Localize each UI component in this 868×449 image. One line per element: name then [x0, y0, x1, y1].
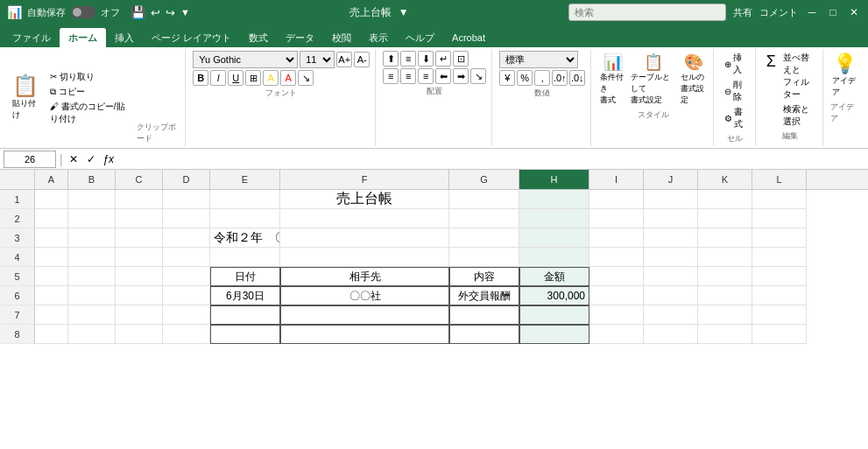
insert-function-button[interactable]: ƒx [102, 153, 116, 165]
restore-button[interactable]: □ [826, 5, 840, 19]
cell-h8[interactable] [519, 325, 589, 344]
cell-a4[interactable] [35, 248, 68, 267]
comment-button[interactable]: コメント [759, 6, 798, 19]
tab-acrobat[interactable]: Acrobat [443, 28, 494, 47]
merge-button[interactable]: ⊡ [453, 51, 469, 67]
cell-e1[interactable] [210, 190, 280, 209]
cell-b7[interactable] [68, 305, 116, 325]
row-num-2[interactable]: 2 [0, 209, 35, 228]
cell-f4[interactable] [280, 248, 449, 267]
col-header-g[interactable]: G [449, 170, 519, 189]
cell-d7[interactable] [163, 305, 210, 325]
align-middle-button[interactable]: ≡ [400, 51, 416, 67]
delete-cells-button[interactable]: ⊖削除 [721, 78, 749, 104]
cell-i4[interactable] [589, 248, 644, 267]
cell-c4[interactable] [116, 248, 163, 267]
cell-b1[interactable] [68, 190, 116, 209]
cell-j3[interactable] [644, 228, 698, 248]
cell-h1[interactable] [519, 190, 589, 209]
cell-b4[interactable] [68, 248, 116, 267]
currency-button[interactable]: ¥ [499, 70, 515, 86]
cell-d4[interactable] [163, 248, 210, 267]
cell-l2[interactable] [752, 209, 807, 228]
cell-j8[interactable] [644, 325, 698, 344]
row-num-3[interactable]: 3 [0, 228, 35, 248]
paste-button[interactable]: 📋 貼り付け [7, 51, 44, 144]
alignment-settings-icon[interactable]: ↘ [470, 68, 486, 84]
cell-g1[interactable] [449, 190, 519, 209]
row-num-5[interactable]: 5 [0, 267, 35, 286]
cell-l6[interactable] [752, 286, 807, 305]
cell-e5-date-header[interactable]: 日付 [210, 267, 280, 286]
cell-i5[interactable] [589, 267, 644, 286]
cell-c7[interactable] [116, 305, 163, 325]
col-header-b[interactable]: B [68, 170, 116, 189]
cell-e8[interactable] [210, 325, 280, 344]
tab-formulas[interactable]: 数式 [240, 28, 277, 47]
tab-file[interactable]: ファイル [4, 28, 60, 47]
cell-i3[interactable] [589, 228, 644, 248]
align-center-button[interactable]: ≡ [400, 68, 416, 84]
percent-button[interactable]: % [517, 70, 533, 86]
cell-e4[interactable] [210, 248, 280, 267]
cell-b8[interactable] [68, 325, 116, 344]
cell-i7[interactable] [589, 305, 644, 325]
font-family-select[interactable]: Yu Gothic [193, 51, 298, 68]
tab-help[interactable]: ヘルプ [397, 28, 443, 47]
cell-k3[interactable] [698, 228, 752, 248]
cell-i2[interactable] [589, 209, 644, 228]
cell-g4[interactable] [449, 248, 519, 267]
cell-k1[interactable] [698, 190, 752, 209]
col-header-h[interactable]: H [519, 170, 589, 189]
cell-g8[interactable] [449, 325, 519, 344]
col-header-j[interactable]: J [644, 170, 698, 189]
cell-b2[interactable] [68, 209, 116, 228]
cell-j6[interactable] [644, 286, 698, 305]
cell-f6-partner[interactable]: 〇〇社 [280, 286, 449, 305]
increase-font-button[interactable]: A+ [336, 52, 352, 67]
cell-d8[interactable] [163, 325, 210, 344]
cell-c8[interactable] [116, 325, 163, 344]
cell-k2[interactable] [698, 209, 752, 228]
cell-f1[interactable]: 売上台帳 [280, 190, 449, 209]
col-header-e[interactable]: E [210, 170, 280, 189]
sum-button[interactable]: Σ [763, 51, 780, 129]
format-painter-button[interactable]: 🖌 書式のコピー/貼り付け [47, 100, 133, 126]
decrease-decimal-button[interactable]: .0↓ [569, 70, 585, 86]
cell-g5-description-header[interactable]: 内容 [449, 267, 519, 286]
tab-review[interactable]: 校閲 [323, 28, 360, 47]
cell-h7[interactable] [519, 305, 589, 325]
cell-b6[interactable] [68, 286, 116, 305]
cell-h3[interactable] [519, 228, 589, 248]
cell-d6[interactable] [163, 286, 210, 305]
cell-g3[interactable] [449, 228, 519, 248]
cell-b5[interactable] [68, 267, 116, 286]
align-top-button[interactable]: ⬆ [383, 51, 399, 67]
cell-f8[interactable] [280, 325, 449, 344]
cell-f7[interactable] [280, 305, 449, 325]
col-header-d[interactable]: D [163, 170, 210, 189]
close-button[interactable]: ✕ [847, 5, 861, 19]
cell-c3[interactable] [116, 228, 163, 248]
copy-button[interactable]: ⧉ コピー [47, 85, 133, 99]
cell-c2[interactable] [116, 209, 163, 228]
tab-view[interactable]: 表示 [360, 28, 397, 47]
formula-input[interactable] [119, 153, 864, 165]
cell-a2[interactable] [35, 209, 68, 228]
cell-k5[interactable] [698, 267, 752, 286]
cell-b3[interactable] [68, 228, 116, 248]
font-color-button[interactable]: A [280, 70, 296, 86]
border-button[interactable]: ⊞ [245, 70, 261, 86]
cell-k8[interactable] [698, 325, 752, 344]
increase-indent-button[interactable]: ➡ [453, 68, 469, 84]
undo-icon[interactable]: ↩ [151, 6, 160, 19]
cell-l3[interactable] [752, 228, 807, 248]
cell-c6[interactable] [116, 286, 163, 305]
cut-button[interactable]: ✂ 切り取り [47, 70, 133, 84]
cell-f5-partner-header[interactable]: 相手先 [280, 267, 449, 286]
insert-cells-button[interactable]: ⊕挿入 [721, 51, 749, 77]
col-header-a[interactable]: A [35, 170, 68, 189]
cell-g6-description[interactable]: 外交員報酬 [449, 286, 519, 305]
cell-i1[interactable] [589, 190, 644, 209]
cell-c1[interactable] [116, 190, 163, 209]
